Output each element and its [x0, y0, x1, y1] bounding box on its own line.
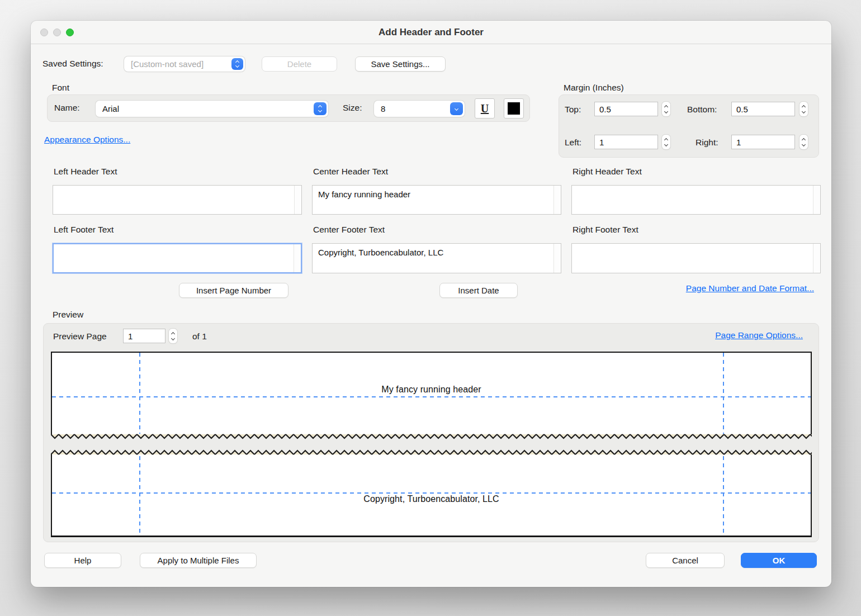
margin-bottom-stepper[interactable] [800, 102, 808, 116]
chevron-up-icon [664, 138, 668, 141]
right-header-label: Right Header Text [573, 167, 642, 177]
chevron-down-icon [802, 142, 806, 146]
preview-canvas: My fancy running header [51, 352, 812, 537]
scrollbar-track [813, 244, 820, 273]
left-footer-label: Left Footer Text [54, 225, 113, 235]
right-footer-field[interactable] [571, 243, 821, 273]
appearance-options-link[interactable]: Appearance Options... [44, 135, 130, 145]
margin-bottom-label: Bottom: [687, 105, 717, 115]
margin-right-stepper[interactable] [800, 135, 808, 149]
top-margin-guide [52, 396, 811, 397]
chevron-down-icon [171, 336, 175, 340]
help-button[interactable]: Help [44, 553, 121, 568]
preview-page-label: Preview Page [53, 331, 107, 342]
ok-button[interactable]: OK [741, 553, 817, 568]
torn-edge-icon [51, 449, 812, 456]
preview-header-text: My fancy running header [52, 385, 811, 395]
saved-settings-value: [Custom-not saved] [131, 56, 204, 72]
scrollbar-track [294, 186, 301, 214]
margin-group: Top: Bottom: Left: Right: [559, 94, 819, 158]
right-header-field[interactable] [571, 185, 821, 215]
font-color-button[interactable] [504, 98, 524, 119]
margin-left-stepper[interactable] [662, 135, 670, 149]
preview-footer-text: Copyright, Turboencabulator, LLC [52, 494, 811, 504]
center-footer-textarea[interactable]: Copyright, Turboencabulator, LLC [313, 244, 561, 273]
font-group: Name: Arial Size: 8 U [47, 94, 530, 122]
margin-top-input[interactable] [594, 102, 658, 116]
margin-top-label: Top: [565, 105, 581, 115]
apply-to-multiple-files-button[interactable]: Apply to Multiple Files [140, 553, 257, 568]
preview-section-label: Preview [53, 310, 83, 320]
left-header-textarea[interactable] [53, 186, 301, 214]
left-footer-textarea[interactable] [54, 244, 301, 272]
saved-settings-dropdown[interactable]: [Custom-not saved] [124, 56, 245, 72]
font-size-label: Size: [343, 103, 362, 113]
popup-arrows-icon [231, 58, 243, 70]
scrollbar-track [554, 186, 561, 214]
cancel-button[interactable]: Cancel [646, 553, 725, 568]
center-footer-field[interactable]: Copyright, Turboencabulator, LLC [312, 243, 561, 273]
margin-section-label: Margin (Inches) [564, 83, 624, 93]
saved-settings-label: Saved Settings: [42, 59, 103, 69]
scrollbar-track [554, 244, 561, 273]
chevron-down-icon [450, 102, 463, 115]
right-footer-label: Right Footer Text [573, 225, 638, 235]
insert-page-number-button[interactable]: Insert Page Number [179, 283, 288, 298]
right-footer-textarea[interactable] [572, 244, 820, 273]
left-header-field[interactable] [53, 185, 302, 215]
dialog-title: Add Header and Footer [31, 21, 831, 44]
chevron-up-icon [664, 105, 668, 108]
chevron-up-icon [171, 331, 175, 335]
margin-top-stepper[interactable] [662, 102, 670, 116]
scrollbar-track [813, 186, 820, 214]
margin-right-input[interactable] [731, 135, 795, 149]
font-section-label: Font [52, 83, 69, 93]
title-bar: Add Header and Footer [31, 21, 831, 44]
save-settings-button[interactable]: Save Settings... [355, 56, 446, 72]
color-swatch [508, 102, 520, 115]
chevron-down-icon [802, 109, 806, 113]
delete-button: Delete [262, 56, 337, 72]
page-range-options-link[interactable]: Page Range Options... [715, 330, 803, 340]
preview-page-bottom-fragment: Copyright, Turboencabulator, LLC [51, 449, 812, 537]
scrollbar-track [294, 244, 301, 272]
margin-bottom-input[interactable] [731, 102, 795, 116]
torn-edge-icon [51, 433, 812, 439]
chevron-up-icon [802, 105, 806, 108]
margin-left-input[interactable] [594, 135, 658, 149]
left-footer-field[interactable] [53, 243, 302, 273]
left-header-label: Left Header Text [54, 167, 117, 177]
preview-page-top-fragment: My fancy running header [51, 352, 812, 439]
page-number-date-format-link[interactable]: Page Number and Date Format... [686, 283, 814, 293]
font-name-label: Name: [54, 103, 80, 113]
insert-date-button[interactable]: Insert Date [439, 283, 518, 298]
preview-page-count: of 1 [192, 331, 207, 342]
margin-left-label: Left: [565, 138, 581, 148]
underline-glyph: U [481, 102, 489, 115]
font-name-dropdown[interactable]: Arial [96, 101, 328, 117]
font-name-value: Arial [102, 101, 119, 117]
chevron-up-icon [802, 138, 806, 141]
preview-page-stepper[interactable] [169, 329, 177, 343]
underline-button[interactable]: U [475, 98, 495, 119]
center-footer-label: Center Footer Text [313, 225, 385, 235]
margin-right-label: Right: [696, 138, 718, 148]
chevron-down-icon [664, 142, 668, 146]
add-header-footer-dialog: Add Header and Footer Saved Settings: [C… [31, 21, 831, 587]
font-size-combobox[interactable]: 8 [374, 101, 465, 117]
center-header-field[interactable]: My fancy running header [312, 185, 561, 215]
font-size-value: 8 [381, 101, 385, 117]
popup-arrows-icon [314, 102, 327, 115]
right-header-textarea[interactable] [572, 186, 820, 214]
center-header-textarea[interactable]: My fancy running header [313, 186, 561, 214]
bottom-margin-guide [52, 492, 811, 494]
chevron-down-icon [664, 109, 668, 113]
preview-group: Preview Page of 1 Page Range Options... … [43, 323, 819, 542]
preview-page-input[interactable] [123, 329, 165, 343]
center-header-label: Center Header Text [313, 167, 388, 177]
